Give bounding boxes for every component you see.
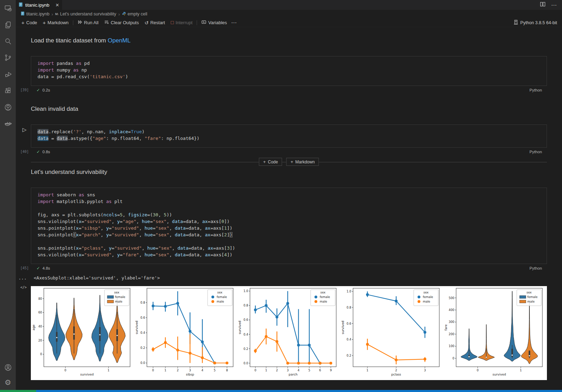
insert-markdown-button[interactable]: +Markdown <box>286 158 319 166</box>
svg-text:0.2: 0.2 <box>346 354 351 357</box>
openml-link[interactable]: OpenML <box>108 37 130 44</box>
svg-text:40: 40 <box>38 325 42 328</box>
subplot-pclass-survival-pointplot: 0.20.40.60.81.0123pclasssurvivedsexfemal… <box>340 286 443 380</box>
svg-text:300: 300 <box>449 320 454 324</box>
svg-text:5: 5 <box>214 369 216 372</box>
output-collapse-ellipsis: ... <box>19 275 27 281</box>
markdown-content: Clean invalid data <box>31 106 547 117</box>
svg-text:sex: sex <box>320 291 326 294</box>
docker-icon[interactable] <box>4 120 12 128</box>
toolbar-divider <box>197 20 197 25</box>
code-line: data = data.astype({"age": np.float64, "… <box>38 135 544 142</box>
extensions-icon[interactable] <box>4 87 12 95</box>
age-by-survived-violin-svg: 02040608001survivedagesexfemalemale <box>31 286 134 380</box>
code-line: data.replace('?', np.nan, inplace=True) <box>38 128 544 135</box>
svg-text:0.8: 0.8 <box>140 301 145 304</box>
python-icon <box>122 12 126 17</box>
code-load-gutter <box>16 56 31 86</box>
svg-text:0.4: 0.4 <box>243 333 248 336</box>
svg-text:200: 200 <box>449 332 454 336</box>
md-survive[interactable]: Let's understand survivability <box>16 169 562 180</box>
kernel-picker[interactable]: Python 3.8.5 64-bit <box>514 20 562 26</box>
run-and-debug-icon[interactable] <box>4 70 12 79</box>
markdown-content: Load the titanic dataset from OpenML <box>31 37 547 48</box>
svg-text:fare: fare <box>444 324 448 331</box>
restart-kernel-button[interactable]: ↺ Restart <box>142 20 168 25</box>
pclass-survival-pointplot-svg: 0.20.40.60.81.0123pclasssurvivedsexfemal… <box>340 286 443 380</box>
subplot-age-by-survived-violin: 02040608001survivedagesexfemalemale <box>31 286 134 380</box>
svg-text:male: male <box>115 300 122 303</box>
remote-indicator[interactable] <box>0 390 36 392</box>
interrupt-kernel-button[interactable]: Interrupt <box>168 20 195 25</box>
svg-text:survived: survived <box>341 321 345 334</box>
code-load-editor[interactable]: import pandas as pdimport numpy as npdat… <box>31 56 547 86</box>
settings-gear-icon[interactable]: ⚙ <box>4 378 12 386</box>
github-icon[interactable] <box>4 103 12 111</box>
insert-code-button[interactable]: +Code <box>259 158 282 166</box>
parch-survival-pointplot-svg: 0.00.20.40.60.81.001234569parchsurviveds… <box>237 286 340 380</box>
explorer-icon[interactable] <box>4 21 12 29</box>
plus-icon: + <box>21 20 25 25</box>
code-clean-gutter: ▷ <box>16 124 31 148</box>
svg-text:sibsp: sibsp <box>186 373 194 376</box>
activity-bar-top <box>4 4 12 128</box>
breadcrumb-file[interactable]: titanic.ipynb <box>21 11 49 17</box>
execution-count: [39] <box>20 88 29 92</box>
svg-text:0: 0 <box>40 352 42 356</box>
code-clean-editor[interactable]: data.replace('?', np.nan, inplace=True)d… <box>31 124 547 148</box>
notebook-file-icon <box>21 11 25 17</box>
editor-actions: ⋯ <box>540 0 562 10</box>
search-icon[interactable] <box>4 37 12 46</box>
notebook-file-icon <box>19 2 23 8</box>
run-all-icon <box>77 20 82 26</box>
svg-text:parch: parch <box>289 373 297 376</box>
remote-explorer-icon[interactable] <box>4 4 12 13</box>
svg-text:500: 500 <box>449 296 454 300</box>
svg-text:sex: sex <box>114 291 120 294</box>
code-line: import pandas as pd <box>38 60 544 67</box>
run-all-button[interactable]: Run All <box>75 20 101 26</box>
account-icon[interactable] <box>4 363 12 372</box>
svg-text:0: 0 <box>453 357 454 360</box>
add-code-cell-button[interactable]: + Code <box>19 20 40 25</box>
clear-outputs-button[interactable]: Clear Outputs <box>101 20 142 26</box>
svg-text:0.8: 0.8 <box>346 306 351 309</box>
svg-text:female: female <box>217 295 227 299</box>
tab-titanic-ipynb[interactable]: titanic.ipynb ✕ <box>16 0 62 10</box>
svg-text:0: 0 <box>65 369 66 372</box>
subplot-parch-survival-pointplot: 0.00.20.40.60.81.001234569parchsurviveds… <box>237 286 340 380</box>
clear-outputs-icon <box>104 20 109 26</box>
insert-cell-bar: +Code+Markdown <box>16 156 562 169</box>
md-clean[interactable]: Clean invalid data <box>16 106 562 117</box>
more-actions-icon[interactable]: ⋯ <box>551 2 557 8</box>
run-cell-button[interactable]: ▷ <box>22 127 27 133</box>
svg-text:1.0: 1.0 <box>346 290 351 293</box>
svg-text:1: 1 <box>520 369 522 372</box>
source-control-icon[interactable] <box>4 54 12 62</box>
output-mime-toggle-icon[interactable]: </> <box>20 285 27 289</box>
tab-close-icon[interactable]: ✕ <box>55 2 59 8</box>
code-plots-editor[interactable]: import seaborn as snsimport matplotlib.p… <box>31 188 547 264</box>
toolbar-more-icon[interactable]: ⋯ <box>231 19 237 26</box>
markdown-text: Load the titanic dataset from <box>31 37 108 44</box>
svg-text:400: 400 <box>449 308 454 312</box>
execution-count: [40] <box>20 150 29 154</box>
svg-text:5: 5 <box>308 369 310 372</box>
restart-icon: ↺ <box>144 20 149 25</box>
svg-text:survived: survived <box>493 373 506 376</box>
code-plots-exec: [45]✓4.8sPython <box>16 265 562 272</box>
svg-text:0: 0 <box>255 369 256 372</box>
add-markdown-cell-button[interactable]: + Markdown <box>40 20 72 25</box>
svg-text:female: female <box>423 295 433 299</box>
breadcrumb-cell[interactable]: empty cell <box>122 12 147 17</box>
status-bar <box>0 390 562 392</box>
variables-button[interactable]: Variables <box>198 20 230 26</box>
breadcrumb-section[interactable]: M↓ Let's understand survivability <box>55 12 116 16</box>
svg-text:age: age <box>32 324 35 330</box>
md-load[interactable]: Load the titanic dataset from OpenML <box>16 37 562 48</box>
success-check-icon: ✓ <box>36 88 40 93</box>
code-clean: ▷data.replace('?', np.nan, inplace=True)… <box>16 124 562 148</box>
code-line <box>38 205 544 211</box>
code-line: import matplotlib.pyplot as plt <box>38 198 544 205</box>
split-editor-icon[interactable] <box>540 1 546 8</box>
